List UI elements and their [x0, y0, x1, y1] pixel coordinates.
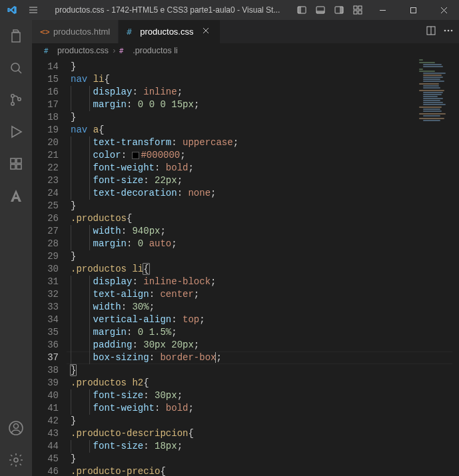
window-maximize-button[interactable] [398, 0, 428, 20]
text-cursor [215, 352, 216, 363]
extensions-icon[interactable] [0, 148, 32, 180]
app-menu-button[interactable] [24, 5, 43, 15]
code-editor[interactable]: 1415161718192021222324252627282930313233… [32, 58, 459, 476]
svg-point-28 [451, 30, 453, 32]
svg-rect-17 [17, 164, 21, 169]
svg-rect-8 [354, 11, 357, 14]
svg-point-12 [11, 95, 14, 97]
svg-text:#: # [127, 27, 132, 37]
html-file-icon: <> [40, 27, 49, 37]
color-swatch-icon[interactable] [132, 152, 139, 159]
svg-rect-5 [340, 7, 343, 13]
window-controls [367, 0, 459, 20]
svg-rect-15 [11, 158, 15, 163]
chevron-right-icon: › [113, 46, 115, 55]
window-title: productos.css - 1742-HTML5 e CSS3 parte1… [43, 5, 292, 15]
window-close-button[interactable] [428, 0, 459, 20]
svg-rect-18 [17, 158, 21, 163]
activity-bar [0, 20, 32, 476]
svg-text:#: # [119, 47, 124, 55]
svg-rect-1 [298, 7, 301, 13]
css-file-icon: # [44, 46, 53, 55]
settings-gear-icon[interactable] [0, 444, 32, 476]
editor-tabs: <>productos.html#productos.css [32, 20, 459, 43]
window-minimize-button[interactable] [367, 0, 398, 20]
customize-layout-icon[interactable] [348, 0, 367, 20]
breadcrumb-symbol: .productos li [133, 46, 177, 55]
svg-text:<>: <> [40, 27, 49, 37]
svg-rect-9 [358, 11, 362, 14]
toggle-panel-left-icon[interactable] [292, 0, 311, 20]
toggle-panel-right-icon[interactable] [330, 0, 348, 20]
vscode-logo-icon [0, 5, 24, 15]
source-control-icon[interactable] [0, 84, 32, 116]
titlebar: productos.css - 1742-HTML5 e CSS3 parte1… [0, 0, 459, 20]
svg-rect-3 [316, 11, 324, 13]
svg-point-19 [14, 424, 19, 429]
svg-point-26 [444, 30, 446, 32]
tab-productos-html[interactable]: <>productos.html [32, 20, 119, 43]
svg-point-27 [448, 30, 450, 32]
run-debug-icon[interactable] [0, 116, 32, 148]
svg-rect-16 [11, 164, 15, 169]
breadcrumb-file: productos.css [57, 46, 109, 55]
line-number-gutter: 1415161718192021222324252627282930313233… [32, 58, 71, 476]
tab-label: productos.css [140, 27, 193, 37]
close-tab-icon[interactable] [200, 25, 212, 39]
code-content[interactable]: }nav li{ display: inline; margin: 0 0 0 … [71, 58, 459, 476]
split-editor-icon[interactable] [426, 25, 436, 38]
tab-label: productos.html [53, 27, 110, 37]
editor-area: <>productos.html#productos.css # product… [32, 20, 459, 476]
svg-text:#: # [44, 47, 49, 55]
svg-point-21 [14, 458, 18, 462]
svg-rect-6 [354, 6, 357, 9]
css-symbol-icon: # [119, 46, 129, 55]
css-file-icon: # [127, 27, 136, 37]
svg-rect-7 [358, 6, 362, 9]
tab-productos-css[interactable]: #productos.css [119, 20, 221, 43]
search-icon[interactable] [0, 52, 32, 84]
toggle-panel-bottom-icon[interactable] [311, 0, 330, 20]
svg-rect-10 [410, 7, 416, 13]
svg-point-13 [11, 103, 14, 105]
alura-icon[interactable] [0, 180, 32, 212]
title-layout-controls [292, 0, 367, 20]
svg-point-11 [11, 63, 19, 71]
breadcrumbs[interactable]: # productos.css › # .productos li [32, 43, 459, 58]
more-actions-icon[interactable] [443, 25, 454, 38]
explorer-icon[interactable] [0, 20, 32, 52]
accounts-icon[interactable] [0, 412, 32, 444]
